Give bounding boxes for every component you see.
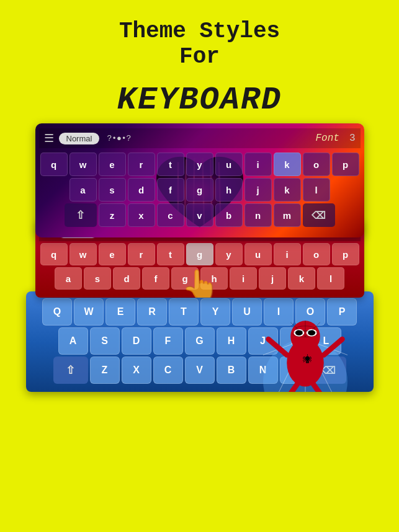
key-x[interactable]: x [128, 203, 155, 227]
kb3-key-E[interactable]: E [105, 298, 135, 326]
key-f[interactable]: f [157, 178, 184, 202]
kb2-key-w[interactable]: w [69, 243, 97, 265]
kb2-key-s[interactable]: s [84, 267, 111, 290]
kb1-shift-key[interactable]: ⇧ [65, 203, 97, 227]
key-r[interactable]: r [128, 153, 155, 176]
kb1-normal-badge[interactable]: Normal [59, 133, 100, 144]
hand-cursor: 👆 [181, 268, 220, 298]
kb3-key-R[interactable]: R [137, 298, 167, 326]
key-d[interactable]: d [128, 178, 155, 202]
kb3-key-A[interactable]: A [58, 327, 88, 355]
title-section: Theme Styles For [0, 0, 399, 76]
key-b[interactable]: b [215, 203, 243, 227]
keyboard-dark-theme: ☰ Normal ?•●•? Font 3 q w e r t y u i k … [35, 123, 364, 237]
app-name-label: KEYBOARD [0, 82, 399, 118]
keyboard-spiderman-theme: 🕷 Q W E R T Y U I [26, 291, 374, 392]
key-u[interactable]: u [215, 153, 243, 176]
key-k2[interactable]: k [274, 178, 301, 202]
key-h[interactable]: h [215, 178, 243, 202]
kb3-key-W[interactable]: W [74, 298, 104, 326]
spiderman-svg: 🕷 [243, 291, 367, 392]
key-l[interactable]: l [303, 178, 330, 202]
kb3-key-Q[interactable]: Q [42, 298, 72, 326]
kb3-key-G[interactable]: G [185, 327, 215, 355]
spiderman-figure: 🕷 [243, 291, 367, 392]
key-s[interactable]: s [99, 178, 126, 202]
kb1-row-3: ⇧ z x c v b n m ⌫ [40, 203, 359, 227]
kb3-key-B[interactable]: B [217, 357, 246, 384]
kb3-key-X[interactable]: X [122, 357, 151, 384]
kb1-row-1: q w e r t y u i k o p [40, 153, 359, 176]
kb3-key-D[interactable]: D [122, 327, 151, 355]
kb2-key-l[interactable]: l [317, 267, 344, 290]
kb2-key-t[interactable]: t [157, 243, 184, 265]
kb1-font-label[interactable]: Font [315, 133, 339, 144]
key-e[interactable]: e [99, 153, 126, 176]
kb2-key-q[interactable]: q [40, 243, 68, 265]
kb3-key-S[interactable]: S [90, 327, 120, 355]
key-j[interactable]: j [244, 178, 272, 202]
kb1-row-2: a s d f g h j k l [40, 178, 359, 202]
key-z[interactable]: z [99, 203, 126, 227]
svg-text:🕷: 🕷 [302, 354, 312, 366]
kb2-key-y[interactable]: y [215, 243, 243, 265]
kb1-key-rows: q w e r t y u i k o p a s d f g h j [39, 148, 361, 231]
kb2-key-o[interactable]: o [303, 243, 330, 265]
kb3-key-F[interactable]: F [153, 327, 183, 355]
kb3-key-C[interactable]: C [153, 357, 183, 384]
kb3-key-Z[interactable]: Z [90, 357, 120, 384]
kb2-key-i2[interactable]: i [230, 267, 257, 290]
key-t[interactable]: t [157, 153, 184, 176]
kb3-key-Y[interactable]: Y [200, 298, 230, 326]
kb2-key-u[interactable]: u [244, 243, 272, 265]
kb2-key-g[interactable]: g [186, 243, 213, 265]
kb1-delete-key[interactable]: ⌫ [303, 203, 335, 227]
key-p[interactable]: p [332, 153, 359, 176]
key-k[interactable]: k [274, 153, 301, 176]
key-n[interactable]: n [244, 203, 272, 227]
key-a[interactable]: a [69, 178, 97, 202]
key-i[interactable]: i [244, 153, 272, 176]
key-g[interactable]: g [186, 178, 213, 202]
key-o[interactable]: o [303, 153, 330, 176]
kb2-key-d[interactable]: d [113, 267, 140, 290]
kb3-key-H[interactable]: H [217, 327, 246, 355]
kb1-extra: 3 [349, 133, 356, 144]
title-line1: Theme Styles [0, 19, 399, 44]
key-q[interactable]: q [40, 153, 68, 176]
key-m[interactable]: m [274, 203, 301, 227]
keyboard-spiderman-wrapper: 🕷 Q W E R T Y U I [26, 291, 374, 392]
key-w[interactable]: w [69, 153, 97, 176]
kb2-key-p[interactable]: p [332, 243, 359, 265]
kb2-key-f[interactable]: f [142, 267, 169, 290]
key-v[interactable]: v [186, 203, 213, 227]
key-y[interactable]: y [186, 153, 213, 176]
kb2-key-r[interactable]: r [128, 243, 155, 265]
kb2-key-e[interactable]: e [99, 243, 126, 265]
kb1-menu-icon[interactable]: ☰ [44, 131, 54, 145]
kb2-row-1: q w e r t g y u i o p [39, 243, 361, 265]
key-c[interactable]: c [157, 203, 184, 227]
kb3-key-T[interactable]: T [169, 298, 199, 326]
title-line2: For [0, 44, 399, 69]
kb2-key-j[interactable]: j [259, 267, 286, 290]
kb1-toolbar: ☰ Normal ?•●•? Font 3 [39, 128, 361, 148]
kb1-symbols: ?•●•? [107, 134, 131, 143]
kb3-shift-key[interactable]: ⇧ [53, 357, 88, 384]
kb2-key-i[interactable]: i [274, 243, 301, 265]
kb2-key-a[interactable]: a [55, 267, 82, 290]
kb3-key-V[interactable]: V [185, 357, 215, 384]
kb2-key-k[interactable]: k [288, 267, 315, 290]
